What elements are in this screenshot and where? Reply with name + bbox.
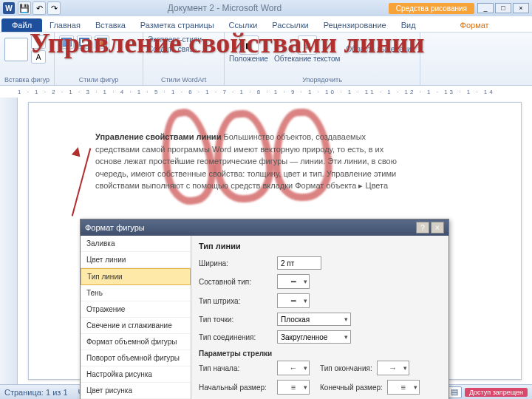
width-label: Ширина:: [199, 259, 273, 267]
document-body-text: Управление свойствами линии Большинство …: [95, 131, 406, 192]
doc-heading: Управление свойствами линии: [95, 132, 221, 141]
quick-access-toolbar: 💾 ↶ ↷: [18, 1, 61, 15]
group-label: Стили фигур: [59, 76, 138, 83]
title-bar: W 💾 ↶ ↷ Документ 2 - Microsoft Word Сред…: [0, 0, 532, 16]
window-controls: _ □ ×: [477, 3, 529, 13]
nav-line-style[interactable]: Тип линии: [81, 268, 191, 285]
nav-fill[interactable]: Заливка: [81, 236, 191, 252]
panel-title: Тип линии: [199, 242, 441, 250]
dialog-help-icon[interactable]: ?: [416, 222, 429, 233]
horizontal-ruler: 1 · 1 · 2 · 1 · 3 · 1 · 4 · 1 · 5 · 1 · …: [18, 89, 522, 95]
nav-3d-format[interactable]: Формат объемной фигуры: [81, 334, 191, 350]
dialog-nav: Заливка Цвет линии Тип линии Тень Отраже…: [81, 236, 191, 399]
nav-picture-adjust[interactable]: Настройка рисунка: [81, 366, 191, 383]
nav-line-color[interactable]: Цвет линии: [81, 252, 191, 268]
width-input[interactable]: 2 пт: [277, 256, 321, 270]
shapes-gallery-icon[interactable]: [4, 38, 28, 61]
access-denied-badge: Доступ запрещен: [465, 388, 528, 397]
word-app-icon: W: [3, 2, 15, 14]
cap-type-combo[interactable]: Плоская: [277, 313, 351, 326]
end-size-combo[interactable]: ≡: [387, 380, 420, 395]
compound-label: Составной тип:: [199, 278, 273, 286]
compound-type-combo[interactable]: ━: [277, 274, 310, 289]
begin-type-label: Тип начала:: [199, 364, 273, 372]
minimize-icon[interactable]: _: [477, 3, 494, 13]
nav-picture-color[interactable]: Цвет рисунка: [81, 383, 191, 399]
dialog-title: Формат фигуры: [85, 223, 145, 232]
dash-type-combo[interactable]: ━: [277, 293, 310, 308]
cap-label: Тип точки:: [199, 316, 273, 324]
slide-title-overlay: Управление свойствами линии: [30, 27, 517, 59]
end-type-label: Тип окончания:: [320, 364, 372, 372]
end-size-label: Конечный размер:: [320, 383, 383, 392]
arrow-section-label: Параметры стрелки: [199, 349, 441, 358]
window-title: Документ 2 - Microsoft Word: [64, 3, 386, 13]
join-label: Тип соединения:: [199, 333, 273, 341]
undo-icon[interactable]: ↶: [33, 1, 46, 15]
nav-reflection[interactable]: Отражение: [81, 301, 191, 318]
redo-icon[interactable]: ↷: [47, 1, 61, 15]
dialog-titlebar: Формат фигуры ? ×: [81, 219, 449, 236]
dialog-close-icon[interactable]: ×: [431, 222, 444, 233]
end-type-combo[interactable]: →: [377, 361, 409, 375]
close-icon[interactable]: ×: [513, 3, 529, 13]
format-shape-dialog: Формат фигуры ? × Заливка Цвет линии Тип…: [80, 219, 449, 399]
save-icon[interactable]: 💾: [18, 1, 31, 15]
vertical-ruler: [0, 98, 18, 384]
status-page[interactable]: Страница: 1 из 1: [4, 388, 68, 397]
nav-glow[interactable]: Свечение и сглаживание: [81, 318, 191, 334]
maximize-icon[interactable]: □: [495, 3, 511, 13]
group-label: Стили WordArt: [148, 76, 219, 83]
contextual-tools-label: Средства рисования: [389, 3, 474, 14]
join-type-combo[interactable]: Закругленное: [277, 330, 351, 344]
nav-shadow[interactable]: Тень: [81, 285, 191, 301]
dialog-panel: Тип линии Ширина: 2 пт Составной тип: ━ …: [191, 236, 449, 399]
group-label: Вставка фигур: [4, 76, 50, 83]
begin-type-combo[interactable]: ←: [277, 361, 310, 375]
group-label: Упорядочить: [229, 76, 415, 83]
begin-size-combo[interactable]: ≡: [277, 380, 310, 395]
nav-3d-rotation[interactable]: Поворот объемной фигуры: [81, 350, 191, 366]
begin-size-label: Начальный размер:: [199, 383, 273, 392]
dash-label: Тип штриха:: [199, 297, 273, 305]
